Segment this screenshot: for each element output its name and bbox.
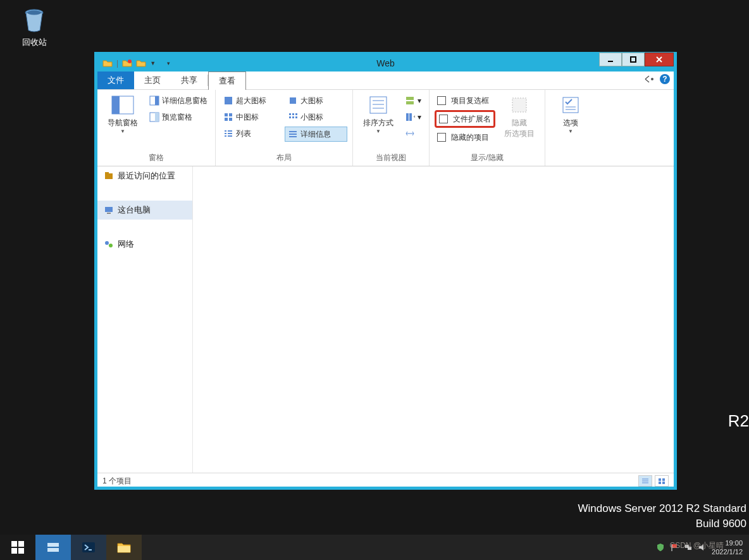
svg-rect-44 (512, 98, 526, 112)
checkbox-icon (437, 96, 446, 105)
recycle-bin[interactable]: 回收站 (13, 6, 56, 48)
sort-by-button[interactable]: 排序方式 ▼ (358, 92, 399, 134)
svg-point-53 (109, 244, 113, 247)
status-bar: 1 个项目 (97, 473, 674, 488)
svg-rect-60 (662, 482, 665, 484)
svg-rect-29 (228, 133, 232, 134)
icons-view-toggle[interactable] (655, 475, 669, 487)
network-icon (104, 239, 114, 249)
watermark: CSDN @小星晴 (669, 540, 724, 551)
minimize-ribbon-icon[interactable] (645, 75, 655, 83)
tray-security-icon[interactable] (656, 543, 665, 552)
navigation-pane-button[interactable]: 导航窗格 ▼ (102, 92, 143, 134)
desktop-os-line1: Windows Server 2012 R2 Standard (578, 502, 746, 515)
taskbar[interactable]: 19:00 2022/1/12 CSDN @小星晴 (0, 535, 749, 560)
group-label-panes: 窗格 (102, 152, 210, 166)
titlebar[interactable]: | ▼ ▾ Web (97, 55, 674, 72)
hide-icon (510, 96, 529, 115)
sort-icon (369, 96, 388, 115)
desktop-r2-text: R2 (728, 411, 749, 431)
details-view-toggle[interactable] (638, 475, 652, 487)
svg-rect-35 (370, 97, 387, 113)
navigation-pane[interactable]: 最近访问的位置 这台电脑 网络 (97, 166, 193, 473)
file-explorer-icon (116, 539, 132, 556)
recent-places-icon (104, 171, 114, 181)
add-columns-button[interactable]: +▾ (402, 110, 424, 124)
svg-rect-16 (225, 113, 228, 116)
group-by-button[interactable]: ▾ (402, 94, 424, 108)
options-button[interactable]: 选项 ▼ (550, 92, 591, 134)
svg-rect-15 (290, 97, 296, 104)
svg-text:+: + (413, 114, 415, 120)
detail-pane-button[interactable]: 详细信息窗格 (147, 94, 210, 108)
svg-rect-61 (11, 541, 17, 547)
chevron-down-icon: ▼ (376, 128, 381, 134)
svg-rect-63 (11, 548, 17, 554)
svg-point-7 (651, 78, 653, 80)
nav-network[interactable]: 网络 (97, 235, 192, 254)
tab-file[interactable]: 文件 (97, 72, 134, 89)
taskbar-powershell[interactable] (71, 535, 106, 560)
layout-small[interactable]: 小图标 (285, 110, 347, 124)
svg-rect-18 (225, 118, 228, 121)
svg-rect-57 (659, 478, 661, 481)
ribbon-tabs: 文件 主页 共享 查看 ? (97, 72, 674, 90)
taskbar-server-manager[interactable] (35, 535, 71, 560)
hidden-items-toggle[interactable]: 隐藏的项目 (435, 130, 495, 144)
svg-rect-42 (409, 113, 412, 121)
layout-extra-large[interactable]: 超大图标 (221, 94, 283, 108)
ribbon-group-options: 选项 ▼ (545, 90, 596, 166)
group-label-layout: 布局 (221, 152, 347, 166)
nav-this-pc[interactable]: 这台电脑 (97, 201, 192, 220)
content-area: 最近访问的位置 这台电脑 网络 (97, 166, 674, 473)
taskbar-file-explorer[interactable] (106, 535, 142, 560)
layout-medium[interactable]: 中图标 (221, 110, 283, 124)
svg-rect-14 (225, 97, 232, 104)
size-columns-button[interactable] (402, 127, 424, 140)
window-title: Web (97, 58, 674, 68)
desktop[interactable]: 回收站 R2 Windows Server 2012 R2 Standard B… (0, 0, 749, 535)
nav-pane-icon (111, 96, 134, 115)
ribbon-group-layout: 超大图标 大图标 中图标 小图标 列表 详细信息 布局 (216, 90, 353, 166)
options-icon (561, 96, 580, 115)
layout-list[interactable]: 列表 (221, 127, 282, 140)
svg-rect-20 (289, 113, 291, 115)
svg-rect-30 (225, 135, 226, 137)
svg-rect-62 (18, 541, 24, 547)
preview-pane-icon (149, 112, 159, 122)
lg-icons-icon (288, 96, 298, 106)
svg-rect-26 (225, 130, 226, 132)
svg-rect-59 (659, 482, 661, 484)
preview-pane-button[interactable]: 预览窗格 (147, 110, 210, 124)
svg-rect-11 (155, 96, 159, 105)
svg-rect-25 (295, 116, 297, 118)
server-manager-icon (45, 539, 61, 556)
layout-details[interactable]: 详细信息 (285, 127, 347, 142)
ribbon-group-current-view: 排序方式 ▼ ▾ +▾ 当前视图 (353, 90, 430, 166)
ribbon: 导航窗格 ▼ 详细信息窗格 预览窗格 窗格 (97, 90, 674, 166)
details-view-icon (641, 477, 650, 485)
tab-view[interactable]: 查看 (208, 72, 246, 90)
autosize-icon (405, 128, 415, 139)
tab-home[interactable]: 主页 (134, 72, 171, 89)
nav-recent-places[interactable]: 最近访问的位置 (97, 166, 192, 185)
computer-icon (104, 205, 114, 215)
ribbon-group-panes: 导航窗格 ▼ 详细信息窗格 预览窗格 窗格 (97, 90, 216, 166)
layout-large[interactable]: 大图标 (285, 94, 347, 108)
svg-rect-9 (112, 96, 120, 114)
start-button[interactable] (0, 535, 35, 560)
item-checkboxes-toggle[interactable]: 项目复选框 (435, 94, 495, 108)
file-list[interactable] (193, 166, 674, 473)
icons-view-icon (657, 477, 666, 485)
hide-selected-button: 隐藏 所选项目 (499, 92, 540, 139)
tab-share[interactable]: 共享 (171, 72, 207, 89)
file-extensions-toggle[interactable]: 文件扩展名 (435, 110, 495, 128)
help-icon[interactable]: ? (660, 74, 670, 84)
status-item-count: 1 个项目 (102, 476, 132, 487)
group-label-current-view: 当前视图 (358, 152, 424, 166)
svg-rect-21 (292, 113, 294, 115)
svg-rect-58 (662, 478, 665, 481)
chevron-down-icon: ▼ (120, 128, 125, 134)
svg-rect-19 (229, 118, 232, 121)
svg-rect-68 (118, 546, 130, 552)
